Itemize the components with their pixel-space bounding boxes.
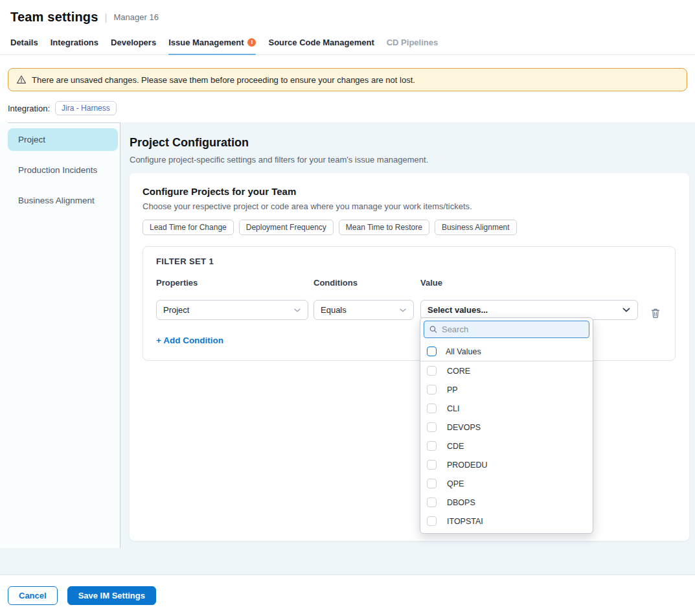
section-title: Project Configuration [130,136,689,150]
cancel-button[interactable]: Cancel [8,586,58,605]
filter-row: Properties Project Conditions Equals [156,278,662,320]
settings-sidebar: Project Production Incidents Business Al… [0,122,120,548]
metric-chips: Lead Time for Change Deployment Frequenc… [142,220,676,235]
sidebar-item-business-alignment[interactable]: Business Alignment [8,189,118,212]
tab-source-code-management[interactable]: Source Code Management [268,32,374,54]
option-dbops[interactable]: DBOPS [420,493,593,512]
page-title: Team settings [10,10,98,25]
tab-cd-pipelines: CD Pipelines [387,32,438,54]
trash-icon [650,308,661,319]
option-all-values[interactable]: All Values [420,342,593,361]
card-title: Configure Projects for your Team [142,186,676,197]
footer-bar: Cancel Save IM Settings [0,575,695,616]
chip-lead-time-for-change[interactable]: Lead Time for Change [142,220,234,235]
section-subtitle: Configure project-specific settings and … [130,155,689,165]
value-label: Value [420,278,638,288]
tab-details[interactable]: Details [10,32,38,54]
option-pp[interactable]: PP [420,380,593,399]
option-checkbox[interactable] [427,516,437,526]
search-icon [429,325,437,334]
integration-row: Integration: Jira - Harness [8,101,687,115]
integration-chip[interactable]: Jira - Harness [55,101,117,115]
tab-integrations[interactable]: Integrations [51,32,98,54]
option-devops[interactable]: DEVOPS [420,418,593,437]
option-prodedu[interactable]: PRODEDU [420,455,593,474]
unsaved-changes-banner: There are unsaved changes. Please save t… [8,68,687,91]
option-core[interactable]: CORE [420,361,593,380]
all-values-checkbox[interactable] [427,347,437,356]
option-cli[interactable]: CLI [420,399,593,418]
banner-text: There are unsaved changes. Please save t… [32,75,415,85]
sidebar-item-production-incidents[interactable]: Production Incidents [8,159,118,181]
card-subtitle: Choose your respective project or code a… [142,201,676,211]
filter-set-1: FILTER SET 1 Properties Project Conditio… [142,246,676,361]
add-condition-button[interactable]: + Add Condition [156,336,223,345]
unsaved-changes-badge-icon: ! [247,38,256,47]
dropdown-search-box [424,321,589,338]
page-header: Team settings | Manager 16 [0,0,695,32]
content-area: Project Production Incidents Business Al… [0,122,695,575]
option-cde[interactable]: CDE [420,437,593,455]
option-checkbox[interactable] [427,460,437,470]
option-checkbox[interactable] [427,404,437,413]
condition-select[interactable]: Equals [313,300,414,320]
option-checkbox[interactable] [427,385,437,394]
tab-developers[interactable]: Developers [111,32,156,54]
option-itopstai[interactable]: ITOPSTAI [420,512,593,530]
chip-business-alignment[interactable]: Business Alignment [435,220,517,235]
chip-mean-time-to-restore[interactable]: Mean Time to Restore [339,220,429,235]
chevron-down-icon [293,308,301,313]
configure-projects-card: Configure Projects for your Team Choose … [130,173,689,541]
chip-deployment-frequency[interactable]: Deployment Frequency [239,220,334,235]
option-checkbox[interactable] [427,497,437,507]
warning-icon [16,74,27,85]
integration-label: Integration: [8,104,50,113]
tab-bar: Details Integrations Developers Issue Ma… [0,32,695,55]
properties-label: Properties [156,278,313,288]
option-checkbox[interactable] [427,422,437,432]
dropdown-search-input[interactable] [442,325,584,334]
option-pipe[interactable]: PIPE [420,530,593,534]
option-qpe[interactable]: QPE [420,474,593,493]
option-checkbox[interactable] [427,441,437,451]
dropdown-options-list: CORE PP CLI DEVOPS CDE PRODEDU QPE DBOPS… [420,361,593,534]
delete-filter-button[interactable] [650,308,661,319]
chevron-down-icon [399,308,407,313]
banner-wrap: There are unsaved changes. Please save t… [8,68,687,91]
option-checkbox[interactable] [427,366,437,376]
conditions-label: Conditions [313,278,420,288]
page-subtitle: Manager 16 [114,12,159,22]
property-select[interactable]: Project [156,300,308,320]
filter-set-title: FILTER SET 1 [156,257,662,266]
save-im-settings-button[interactable]: Save IM Settings [67,586,156,605]
tab-issue-management[interactable]: Issue Management ! [168,32,256,54]
main-panel: Project Configuration Configure project-… [120,122,695,575]
team-settings-page: Team settings | Manager 16 Details Integ… [0,0,695,616]
option-checkbox[interactable] [427,479,437,488]
chevron-down-icon [622,307,631,313]
title-separator: | [105,12,108,23]
sidebar-item-project[interactable]: Project [8,128,118,151]
value-dropdown: All Values CORE PP CLI DEVOPS CDE PRODED… [420,317,593,534]
